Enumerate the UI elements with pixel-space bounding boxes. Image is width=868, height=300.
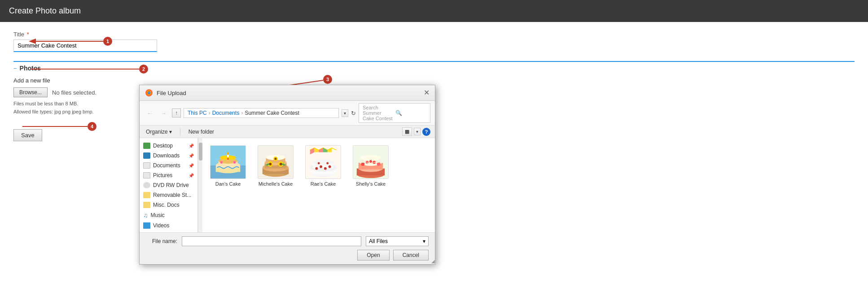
breadcrumb-current: Summer Cake Contest [245,110,299,116]
app-title: Create Photo album [9,6,81,15]
new-folder-button[interactable]: New folder [187,128,216,136]
svg-point-51 [324,167,327,170]
search-icon[interactable]: 🔍 [395,110,426,116]
sidebar-item-label-dvd: DVD RW Drive [153,182,189,188]
sidebar-item-label-pictures: Pictures [153,172,172,178]
dialog-sidebar: Desktop 📌 Downloads 📌 Documents 📌 [140,138,198,232]
file-item-dans-cake[interactable]: Dan's Cake [208,143,248,188]
nav-up-button[interactable]: ↑ [172,109,181,117]
annotation-2: 2 [139,65,148,74]
page-content: 1 2 3 4 Title * − Photos Add a new file [0,22,868,300]
sidebar-item-dvd[interactable]: DVD RW Drive [140,180,197,190]
dialog-close-button[interactable]: ✕ [424,89,430,96]
firefox-icon [145,89,153,97]
nav-back-button[interactable]: ← [144,109,155,118]
sidebar-item-removable[interactable]: Removable St... [140,190,197,200]
sidebar-item-music[interactable]: ♫ Music [140,210,197,221]
videos-icon [143,222,150,229]
dialog-files-area: Dan's Cake [202,138,435,232]
breadcrumb-documents[interactable]: Documents [212,110,240,116]
svg-point-7 [149,92,150,94]
misc-icon [143,202,150,208]
search-bar-container: Search Summer Cake Contest 🔍 [359,103,430,123]
filetype-select[interactable]: All Files ▾ [366,236,429,246]
svg-point-64 [361,162,365,166]
file-name-shellys: Shelly's Cake [356,181,386,187]
filetype-dropdown-icon: ▾ [423,238,425,244]
file-item-raes-cake[interactable]: Rae's Cake [303,143,343,188]
add-file-label: Add a new file [13,77,855,84]
sidebar-item-documents[interactable]: Documents 📌 [140,161,197,170]
file-item-michelles-cake[interactable]: Michelle's Cake [255,143,296,188]
file-thumbnail-dans [210,145,246,179]
file-name-raes: Rae's Cake [311,181,336,187]
svg-point-52 [329,165,331,168]
sidebar-item-label-music: Music [151,212,165,218]
sidebar-item-desktop[interactable]: Desktop 📌 [140,141,197,151]
dialog-title-left: File Upload [145,89,186,97]
breadcrumb-bar: This PC › Documents › Summer Cake Contes… [184,108,339,118]
sidebar-scrollbar[interactable] [198,138,202,232]
sidebar-item-misc[interactable]: Misc. Docs [140,200,197,210]
app-container: Create Photo album 1 2 3 [0,0,868,300]
svg-point-19 [227,158,229,160]
filename-input[interactable] [182,236,361,246]
raes-cake-image [306,145,341,179]
title-input[interactable] [13,39,157,52]
sidebar-item-label-desktop: Desktop [153,143,173,149]
nav-forward-button[interactable]: → [158,109,169,118]
svg-point-50 [320,165,322,168]
sidebar-item-label-removable: Removable St... [153,192,191,198]
svg-point-31 [269,163,272,165]
dvd-icon [143,182,150,188]
action-row: Open Cancel [146,250,429,261]
file-item-shellys-cake[interactable]: Shelly's Cake [351,143,391,188]
save-button[interactable]: Save [13,129,42,141]
svg-point-49 [315,167,318,170]
organize-button[interactable]: Organize ▾ [144,128,174,136]
michelles-cake-image [258,145,293,179]
browse-button[interactable]: Browse... [13,87,48,97]
file-thumbnail-shellys [353,145,389,179]
view-dropdown-button[interactable]: ▾ [414,128,421,135]
cancel-button[interactable]: Cancel [393,250,429,261]
dialog-navbar: ← → ↑ This PC › Documents › Summer Cake … [140,101,435,126]
documents-pin: 📌 [189,163,194,168]
dialog-titlebar: File Upload ✕ [140,85,435,101]
file-thumbnail-raes [305,145,341,179]
dialog-body: Desktop 📌 Downloads 📌 Documents 📌 [140,138,435,232]
music-icon: ♫ [143,212,148,219]
removable-icon [143,192,150,198]
dialog-bottombar: File name: All Files ▾ Open Cancel [140,232,435,264]
sidebar-item-label-misc: Misc. Docs [153,202,180,208]
file-thumbnail-michelles [258,145,294,179]
section-toggle[interactable]: − [13,65,17,72]
sidebar-item-videos[interactable]: Videos [140,221,197,230]
no-files-text: No files selected. [52,89,96,96]
annotation-1: 1 [103,37,112,46]
file-name-dans: Dan's Cake [215,181,241,187]
view-icons-button[interactable]: ▦ [402,127,412,136]
refresh-button[interactable]: ↻ [351,110,356,117]
desktop-icon [143,143,150,149]
svg-point-33 [280,163,282,165]
dans-cake-image [210,145,245,179]
documents-icon [143,162,150,169]
desktop-pin: 📌 [189,143,194,148]
dialog-resize-handle[interactable]: ◢ [430,259,435,264]
pictures-icon [143,172,150,178]
svg-point-17 [220,161,223,164]
breadcrumb-dropdown[interactable]: ▾ [342,109,348,117]
help-button[interactable]: ? [422,128,430,136]
title-label: Title * [13,31,855,38]
filename-label: File name: [146,238,177,244]
downloads-icon [143,152,150,159]
annotation-4: 4 [88,122,96,131]
filename-row: File name: All Files ▾ [146,236,429,246]
breadcrumb-this-pc[interactable]: This PC [188,110,207,116]
downloads-pin: 📌 [189,153,194,158]
title-field-wrapper: Title * [13,31,855,52]
sidebar-item-pictures[interactable]: Pictures 📌 [140,170,197,180]
open-button[interactable]: Open [357,250,389,261]
sidebar-item-downloads[interactable]: Downloads 📌 [140,151,197,161]
